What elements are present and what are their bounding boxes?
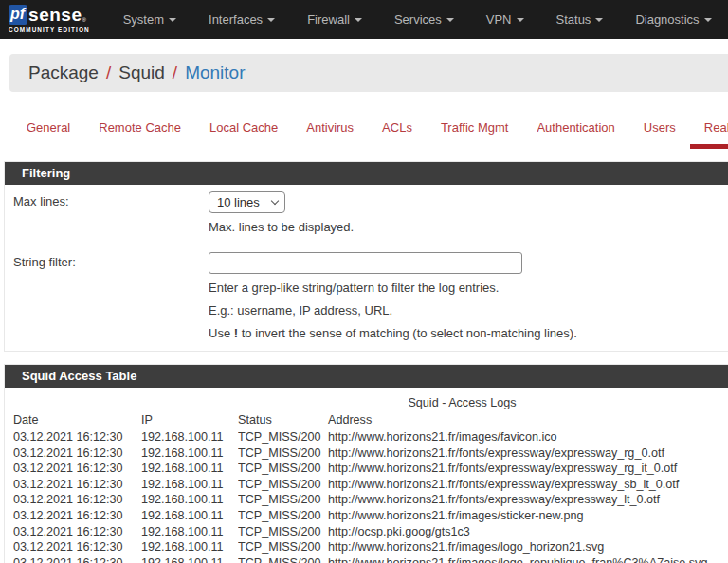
cell-status: TCP_MISS/200 bbox=[238, 508, 328, 524]
cell-ip: 192.168.100.11 bbox=[141, 524, 238, 540]
table-row: 03.12.2021 16:12:30192.168.100.11TCP_MIS… bbox=[13, 461, 728, 477]
filtering-panel-heading: Filtering bbox=[5, 162, 728, 185]
max-lines-label: Max lines: bbox=[5, 191, 209, 236]
table-row: 03.12.2021 16:12:30192.168.100.11TCP_MIS… bbox=[13, 492, 728, 508]
table-row: 03.12.2021 16:12:30192.168.100.11TCP_MIS… bbox=[13, 524, 728, 540]
package-tabs: General Remote Cache Local Cache Antivir… bbox=[12, 112, 728, 149]
top-navbar: pf sense ® COMMUNITY EDITION System Inte… bbox=[0, 0, 728, 39]
breadcrumb-section: Package bbox=[28, 63, 99, 83]
community-edition-label: COMMUNITY EDITION bbox=[9, 27, 90, 33]
tab-acls[interactable]: ACLs bbox=[368, 112, 427, 149]
cell-address: http://ocsp.pki.goog/gts1c3 bbox=[328, 524, 728, 540]
pfsense-logo-wordmark: pf sense ® bbox=[9, 5, 90, 25]
breadcrumb: Package / Squid / Monitor bbox=[9, 54, 728, 92]
nav-item-status[interactable]: Status bbox=[540, 1, 620, 38]
cell-address: http://www.horizons21.fr/fonts/expresswa… bbox=[328, 445, 728, 462]
cell-status: TCP_MISS/200 bbox=[238, 492, 328, 508]
nav-item-label: Firewall bbox=[307, 12, 350, 27]
tab-remote-cache[interactable]: Remote Cache bbox=[84, 112, 195, 149]
caret-down-icon bbox=[446, 18, 454, 22]
caret-down-icon bbox=[704, 18, 712, 22]
cell-ip: 192.168.100.11 bbox=[141, 555, 238, 563]
tab-real-time[interactable]: Real Time bbox=[690, 112, 728, 149]
caret-down-icon bbox=[267, 18, 275, 22]
access-logs-table: Date IP Status Address 03.12.2021 16:12:… bbox=[13, 412, 728, 563]
cell-date: 03.12.2021 16:12:30 bbox=[13, 477, 141, 493]
nav-item-label: Diagnostics bbox=[635, 12, 699, 27]
breadcrumb-page-link[interactable]: Monitor bbox=[185, 63, 245, 83]
nav-item-label: VPN bbox=[486, 12, 512, 27]
cell-address: http://www.horizons21.fr/images/favicon.… bbox=[328, 429, 728, 445]
nav-item-label: Status bbox=[556, 12, 592, 27]
tab-antivirus[interactable]: Antivirus bbox=[292, 112, 368, 149]
nav-item-vpn[interactable]: VPN bbox=[470, 1, 540, 38]
nav-item-services[interactable]: Services bbox=[378, 1, 470, 38]
cell-ip: 192.168.100.11 bbox=[141, 492, 238, 508]
table-row: 03.12.2021 16:12:30192.168.100.11TCP_MIS… bbox=[13, 445, 728, 462]
table-row: 03.12.2021 16:12:30192.168.100.11TCP_MIS… bbox=[13, 429, 728, 445]
string-filter-help-2: E.g.: username, IP address, URL. bbox=[209, 302, 577, 319]
registered-mark: ® bbox=[82, 17, 85, 23]
column-header-address: Address bbox=[328, 412, 728, 429]
access-logs-caption: Squid - Access Logs bbox=[13, 396, 728, 409]
string-filter-label: String filter: bbox=[5, 251, 209, 342]
cell-address: http://www.horizons21.fr/images/logo_rep… bbox=[328, 555, 728, 563]
filtering-panel: Filtering Max lines: 10 lines Max. lines… bbox=[4, 161, 728, 352]
cell-address: http://www.horizons21.fr/images/logo_hor… bbox=[328, 539, 728, 555]
breadcrumb-separator: / bbox=[173, 63, 177, 83]
table-row: 03.12.2021 16:12:30192.168.100.11TCP_MIS… bbox=[13, 555, 728, 563]
cell-date: 03.12.2021 16:12:30 bbox=[13, 555, 141, 563]
string-filter-row: String filter: Enter a grep-like string/… bbox=[5, 245, 728, 351]
nav-item-label: Services bbox=[394, 12, 442, 27]
max-lines-help: Max. lines to be displayed. bbox=[209, 219, 354, 236]
tab-users[interactable]: Users bbox=[629, 112, 690, 149]
tab-general[interactable]: General bbox=[12, 112, 84, 149]
cell-address: http://www.horizons21.fr/images/sticker-… bbox=[328, 508, 728, 524]
cell-address: http://www.horizons21.fr/fonts/expresswa… bbox=[328, 477, 728, 493]
max-lines-row: Max lines: 10 lines Max. lines to be dis… bbox=[5, 185, 728, 245]
cell-address: http://www.horizons21.fr/fonts/expresswa… bbox=[328, 461, 728, 477]
cell-status: TCP_MISS/200 bbox=[238, 429, 328, 445]
string-filter-help-3: Use ! to invert the sense of matching (t… bbox=[209, 325, 577, 342]
max-lines-select[interactable]: 10 lines bbox=[209, 191, 285, 213]
tab-traffic-mgmt[interactable]: Traffic Mgmt bbox=[427, 112, 523, 149]
page: pf sense ® COMMUNITY EDITION System Inte… bbox=[0, 0, 728, 563]
pfsense-logo-sense: sense bbox=[28, 6, 82, 24]
nav-item-firewall[interactable]: Firewall bbox=[291, 1, 378, 38]
table-row: 03.12.2021 16:12:30192.168.100.11TCP_MIS… bbox=[13, 539, 728, 555]
squid-access-panel: Squid Access Table Squid - Access Logs D… bbox=[4, 364, 728, 563]
nav-item-system[interactable]: System bbox=[107, 1, 192, 38]
caret-down-icon bbox=[355, 18, 362, 22]
cell-date: 03.12.2021 16:12:30 bbox=[13, 524, 141, 540]
cell-status: TCP_MISS/200 bbox=[238, 524, 328, 540]
tab-local-cache[interactable]: Local Cache bbox=[195, 112, 292, 149]
cell-ip: 192.168.100.11 bbox=[141, 461, 238, 477]
string-filter-input[interactable] bbox=[209, 252, 522, 274]
table-row: 03.12.2021 16:12:30192.168.100.11TCP_MIS… bbox=[13, 508, 728, 524]
cell-ip: 192.168.100.11 bbox=[141, 539, 238, 555]
nav-item-label: Interfaces bbox=[209, 12, 263, 27]
column-header-status: Status bbox=[238, 412, 328, 429]
table-header-row: Date IP Status Address bbox=[13, 412, 728, 429]
cell-ip: 192.168.100.11 bbox=[141, 445, 238, 462]
nav-item-label: System bbox=[123, 12, 164, 27]
cell-status: TCP_MISS/200 bbox=[238, 539, 328, 555]
nav-item-diagnostics[interactable]: Diagnostics bbox=[619, 1, 727, 38]
cell-status: TCP_MISS/200 bbox=[238, 555, 328, 563]
caret-down-icon bbox=[169, 18, 176, 22]
tab-authentication[interactable]: Authentication bbox=[522, 112, 628, 149]
pfsense-logo-pf-badge: pf bbox=[9, 5, 27, 25]
pfsense-logo[interactable]: pf sense ® COMMUNITY EDITION bbox=[9, 5, 90, 33]
breadcrumb-package: Squid bbox=[118, 63, 165, 83]
nav-item-interfaces[interactable]: Interfaces bbox=[192, 1, 291, 38]
caret-down-icon bbox=[517, 18, 524, 22]
cell-ip: 192.168.100.11 bbox=[141, 477, 238, 493]
cell-status: TCP_MISS/200 bbox=[238, 477, 328, 493]
string-filter-help-1: Enter a grep-like string/pattern to filt… bbox=[209, 280, 577, 297]
cell-status: TCP_MISS/200 bbox=[238, 445, 328, 462]
cell-status: TCP_MISS/200 bbox=[238, 461, 328, 477]
cell-date: 03.12.2021 16:12:30 bbox=[13, 508, 141, 524]
cell-address: http://www.horizons21.fr/fonts/expresswa… bbox=[328, 492, 728, 508]
cell-date: 03.12.2021 16:12:30 bbox=[13, 429, 141, 445]
cell-date: 03.12.2021 16:12:30 bbox=[13, 539, 141, 555]
